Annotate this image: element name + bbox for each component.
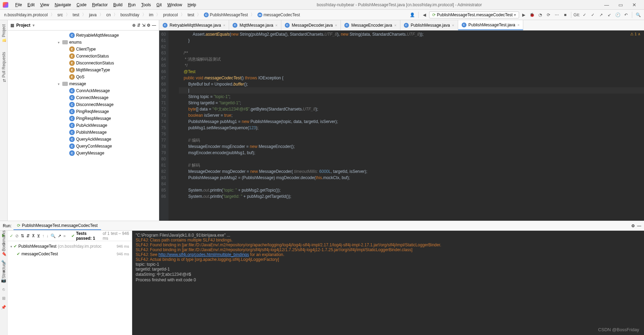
editor-tab[interactable]: CMqttMessage.java×	[229, 20, 281, 30]
sort-d-icon[interactable]: ⇵	[26, 233, 30, 238]
export-icon[interactable]: ↗	[58, 233, 61, 238]
inspection-badge[interactable]: ⚠ 1 ∧	[630, 32, 641, 36]
run-config-selector[interactable]: ⟳ PublishMessageTest.messageCodecTest ▾	[429, 11, 519, 18]
prev-icon[interactable]: ↑	[42, 233, 44, 238]
tree-node[interactable]: EDisconnectionStatus	[8, 60, 159, 67]
close-tab-icon[interactable]: ×	[223, 23, 225, 27]
tree-node[interactable]: EClientType	[8, 46, 159, 53]
breadcrumb-item[interactable]: test	[71, 12, 81, 18]
settings-icon[interactable]: ⚙	[147, 23, 151, 28]
expand-all-icon[interactable]: ⇵	[137, 23, 140, 28]
tree-node[interactable]: CQueryConMessage	[8, 143, 159, 150]
close-tab-icon[interactable]: ×	[335, 23, 337, 27]
editor-tab[interactable]: CPublishMessage.java×	[400, 20, 458, 30]
tree-node[interactable]: CPingReqMessage	[8, 108, 159, 115]
tree-node[interactable]: CQueryAckMessage	[8, 136, 159, 143]
collapse-icon[interactable]: ⊻	[37, 233, 40, 238]
menu-file[interactable]: File	[12, 2, 25, 7]
menu-view[interactable]: View	[37, 2, 52, 7]
breadcrumb-item[interactable]: mmessageCodecTest	[255, 12, 302, 18]
more-icon[interactable]: »	[63, 233, 66, 238]
menu-edit[interactable]: Edit	[25, 2, 37, 7]
breadcrumb-item[interactable]: CPublishMessageTest	[202, 12, 250, 18]
git-history-button[interactable]: 🕘	[614, 11, 622, 19]
layout-button[interactable]: ⊞	[2, 296, 6, 301]
tree-node[interactable]: ▾message	[8, 80, 159, 87]
close-tab-icon[interactable]: ×	[394, 23, 396, 27]
editor-tab[interactable]: CRetryableMqttMessage.java×	[159, 20, 229, 30]
breadcrumb-item[interactable]: n.bossfriday.im.protocol	[2, 12, 50, 18]
tree-node[interactable]: CPublishMessage	[8, 129, 159, 136]
menu-tools[interactable]: Tools	[138, 2, 154, 7]
code-editor[interactable]: 6061626364656667686970717273747576777879…	[159, 30, 644, 221]
tree-node[interactable]: CQueryMessage	[8, 150, 159, 157]
menu-navigate[interactable]: Navigate	[52, 2, 74, 7]
bookmarks-tool-tab[interactable]: 🔖 Bookmarks	[1, 230, 6, 257]
exit-button[interactable]: ⎋	[2, 287, 5, 292]
back-button[interactable]: ◀	[421, 11, 428, 19]
run-console[interactable]: "C:\Program Files\Java\jdk1.8.0_91\bin\j…	[132, 231, 644, 335]
git-rollback-button[interactable]: ↶	[622, 11, 630, 19]
menu-run[interactable]: Run	[125, 2, 138, 7]
close-tab-icon[interactable]: ×	[517, 23, 519, 27]
pull-requests-tool-tab[interactable]: ⇄ Pull Requests	[1, 50, 7, 84]
tree-node[interactable]: ▾enums	[8, 39, 159, 46]
pin-button[interactable]: 📌	[1, 305, 6, 310]
breadcrumb-item[interactable]: java	[87, 12, 99, 18]
structure-tool-tab[interactable]: ⌬ Structure	[1, 262, 6, 283]
test-row[interactable]: ▾✔ PublishMessageTest(cn.bossfriday.im.p…	[8, 243, 132, 250]
tree-node[interactable]: CPingRespMessage	[8, 115, 159, 122]
editor-tab[interactable]: CPublishMessageTest.java×	[458, 20, 524, 30]
breadcrumb-item[interactable]: test	[185, 12, 196, 18]
tree-node[interactable]: CDisconnectMessage	[8, 101, 159, 108]
test-tree[interactable]: ▾✔ PublishMessageTest(cn.bossfriday.im.p…	[8, 241, 132, 335]
run-button[interactable]: ▶	[520, 11, 527, 19]
menu-refactor[interactable]: Refactor	[89, 2, 110, 7]
coverage-button[interactable]: ◔	[536, 11, 544, 19]
breadcrumb-item[interactable]: cn	[104, 12, 113, 18]
tree-node[interactable]: EConnectionStatus	[8, 53, 159, 60]
profile-button[interactable]: ⟳	[545, 11, 552, 19]
run-settings-icon[interactable]: ⚙	[631, 223, 635, 228]
run-tab[interactable]: ⟳ PublishMessageTest.messageCodecTest	[13, 222, 101, 230]
minimize-button[interactable]: —	[600, 2, 614, 8]
show-ignored-icon[interactable]: ⊘	[15, 233, 19, 238]
user-icon[interactable]: 👤	[409, 11, 416, 19]
close-button[interactable]: ✕	[627, 2, 641, 8]
search-button[interactable]: 🔍	[634, 11, 642, 19]
editor-tab[interactable]: CMessageDecoder.java×	[281, 20, 341, 30]
menu-window[interactable]: Window	[164, 2, 185, 7]
debug-button[interactable]: 🐞	[528, 11, 536, 19]
git-push-button[interactable]: ↗	[597, 11, 605, 19]
tree-node[interactable]: EQoS	[8, 73, 159, 80]
breadcrumb-item[interactable]: bossfriday	[118, 12, 142, 18]
project-tool-tab[interactable]: 📁 Project	[1, 22, 7, 45]
select-opened-file-icon[interactable]: ⊕	[132, 23, 136, 28]
menu-build[interactable]: Build	[110, 2, 125, 7]
show-passed-icon[interactable]: ✓	[10, 233, 13, 238]
close-tab-icon[interactable]: ×	[275, 23, 278, 27]
collapse-all-icon[interactable]: ⇲	[142, 23, 145, 28]
tree-node[interactable]: EMqttMessageType	[8, 67, 159, 73]
tree-node[interactable]: CPubAckMessage	[8, 122, 159, 129]
menu-help[interactable]: Help	[185, 2, 199, 7]
test-row[interactable]: ✔ messageCodecTest946 ms	[8, 250, 132, 258]
stop-button[interactable]: ■	[561, 11, 569, 19]
close-tab-icon[interactable]: ×	[452, 23, 454, 27]
tree-node[interactable]: CConnectMessage	[8, 94, 159, 101]
git-pull-button[interactable]: ↙	[606, 11, 613, 19]
menu-git[interactable]: Git	[154, 2, 164, 7]
import-icon[interactable]: 🔍	[51, 233, 56, 238]
menu-code[interactable]: Code	[74, 2, 89, 7]
git-commit-button[interactable]: ✓	[589, 11, 597, 19]
sort-a-icon[interactable]: ⇅	[21, 233, 24, 238]
next-icon[interactable]: ↓	[46, 233, 48, 238]
breadcrumb-item[interactable]: protocol	[161, 12, 180, 18]
breadcrumb-item[interactable]: src	[55, 12, 65, 18]
attach-button[interactable]: ⋯	[553, 11, 561, 19]
maximize-button[interactable]: ▭	[614, 2, 627, 8]
project-tree[interactable]: CRetryableMqttMessage▾enumsEClientTypeEC…	[8, 30, 159, 221]
tree-node[interactable]: CConnAckMessage	[8, 87, 159, 94]
editor-tab[interactable]: CMessageEncoder.java×	[341, 20, 400, 30]
hide-icon[interactable]: —	[152, 23, 156, 28]
